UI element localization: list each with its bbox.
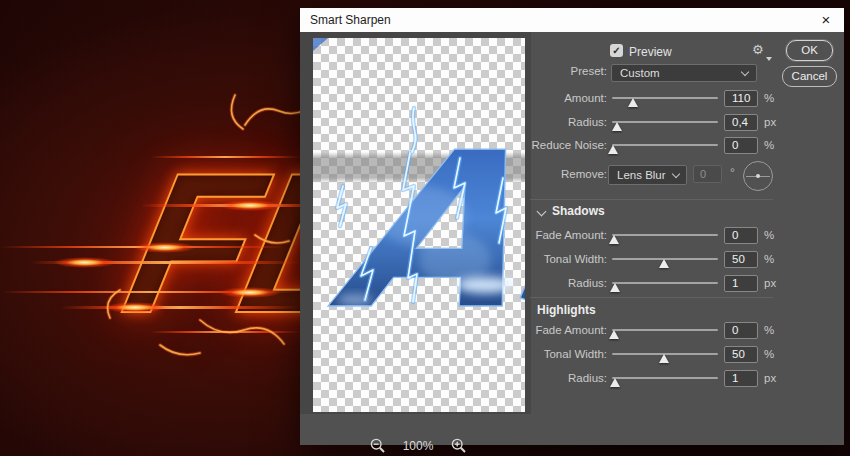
shadows-tonal-slider[interactable] [612, 252, 718, 270]
chevron-down-icon [672, 170, 680, 178]
degree-symbol: ° [730, 166, 735, 180]
shadows-tonal-slider-thumb[interactable] [659, 259, 669, 268]
dialog-title: Smart Sharpen [310, 8, 391, 32]
preview-checkbox[interactable]: ✓ [610, 44, 623, 57]
close-icon[interactable]: × [812, 8, 840, 32]
remove-value: Lens Blur [617, 166, 666, 184]
amount-row: Amount: 110 % [300, 91, 844, 109]
reduce-noise-slider[interactable] [612, 138, 718, 156]
highlights-tonal-value-field[interactable]: 50 [724, 346, 758, 363]
highlights-radius-label: Radius: [568, 372, 607, 384]
shadows-section-title: Shadows [552, 204, 605, 218]
light-flare [104, 302, 166, 313]
amount-slider[interactable] [612, 91, 718, 109]
shadows-tonal-unit: % [764, 253, 774, 265]
highlights-fade-label: Fade Amount: [535, 324, 607, 336]
highlights-tonal-slider[interactable] [612, 347, 718, 365]
highlights-tonal-slider-thumb[interactable] [659, 354, 669, 363]
zoom-in-icon[interactable] [451, 438, 467, 454]
shadows-fade-row: Fade Amount: 0 % [300, 228, 844, 246]
highlights-tonal-label: Tonal Width: [544, 348, 607, 360]
shadows-fade-label: Fade Amount: [535, 229, 607, 241]
reduce-noise-row: Reduce Noise: 0 % [300, 138, 844, 156]
highlights-tonal-unit: % [764, 348, 774, 360]
gear-icon[interactable]: ⚙ [752, 42, 764, 57]
reduce-noise-slider-thumb[interactable] [608, 145, 618, 154]
light-streak [60, 306, 300, 309]
radius-unit: px [764, 116, 776, 128]
reduce-noise-label: Reduce Noise: [532, 139, 607, 151]
shadows-fade-unit: % [764, 229, 774, 241]
highlights-fade-unit: % [764, 324, 774, 336]
amount-value-field[interactable]: 110 [724, 90, 758, 107]
slider-track[interactable] [612, 282, 718, 284]
section-divider [530, 199, 773, 200]
slider-track[interactable] [612, 121, 718, 123]
shadows-collapse-icon[interactable] [537, 207, 547, 217]
radius-slider[interactable] [612, 115, 718, 133]
cancel-button[interactable]: Cancel [782, 66, 837, 87]
highlights-radius-value-field[interactable]: 1 [724, 370, 758, 387]
highlights-fade-row: Fade Amount: 0 % [300, 323, 844, 341]
ok-button[interactable]: OK [786, 40, 833, 61]
remove-label: Remove: [561, 168, 607, 180]
section-divider [530, 297, 773, 298]
preview-checkbox-label: Preview [629, 45, 672, 59]
reduce-noise-unit: % [764, 139, 774, 151]
shadows-radius-slider[interactable] [612, 276, 718, 294]
preset-value: Custom [620, 65, 660, 81]
highlights-fade-value-field[interactable]: 0 [724, 322, 758, 339]
slider-track[interactable] [612, 377, 718, 379]
shadows-radius-slider-thumb[interactable] [610, 283, 620, 292]
highlights-radius-unit: px [764, 372, 776, 384]
highlights-tonal-row: Tonal Width: 50 % [300, 347, 844, 365]
shadows-radius-unit: px [764, 277, 776, 289]
radius-row: Radius: 0,4 px [300, 115, 844, 133]
light-flare [219, 287, 281, 298]
radius-value-field[interactable]: 0,4 [724, 114, 758, 131]
amount-unit: % [764, 92, 774, 104]
preset-dropdown[interactable]: Custom [611, 64, 757, 82]
zoom-level[interactable]: 100% [392, 439, 444, 453]
highlights-radius-slider-thumb[interactable] [610, 378, 620, 387]
preview-zoom-bar: 100% [300, 430, 531, 456]
remove-dropdown[interactable]: Lens Blur [608, 165, 687, 185]
highlights-radius-row: Radius: 1 px [300, 371, 844, 389]
highlights-radius-slider[interactable] [612, 371, 718, 389]
highlights-fade-slider[interactable] [612, 323, 718, 341]
shadows-tonal-row: Tonal Width: 50 % [300, 252, 844, 270]
light-streak [150, 156, 300, 158]
dialog-titlebar[interactable]: Smart Sharpen × [300, 8, 844, 32]
zoom-out-icon[interactable] [370, 438, 386, 454]
shadows-tonal-label: Tonal Width: [544, 253, 607, 265]
light-flare [134, 242, 196, 253]
highlights-section-title: Highlights [537, 303, 596, 317]
light-streak [150, 331, 300, 333]
angle-dial[interactable] [743, 161, 773, 191]
preset-label: Preset: [571, 65, 607, 77]
shadows-fade-value-field[interactable]: 0 [724, 227, 758, 244]
chevron-down-icon [741, 68, 749, 76]
shadows-fade-slider-thumb[interactable] [609, 235, 619, 244]
slider-track[interactable] [612, 234, 718, 236]
shadows-radius-value-field[interactable]: 1 [724, 275, 758, 292]
light-flare [219, 200, 281, 211]
highlights-fade-slider-thumb[interactable] [609, 330, 619, 339]
shadows-fade-slider[interactable] [612, 228, 718, 246]
light-flare [54, 257, 116, 268]
reduce-noise-value-field[interactable]: 0 [724, 137, 758, 154]
amount-slider-thumb[interactable] [628, 98, 638, 107]
shadows-radius-row: Radius: 1 px [300, 276, 844, 294]
radius-slider-thumb[interactable] [612, 122, 622, 131]
shadows-tonal-value-field[interactable]: 50 [724, 251, 758, 268]
shadows-radius-label: Radius: [568, 277, 607, 289]
slider-track[interactable] [612, 329, 718, 331]
slider-track[interactable] [612, 144, 718, 146]
angle-input-disabled: 0 [693, 165, 722, 183]
smart-sharpen-dialog: Smart Sharpen × A [300, 8, 844, 445]
gear-caret-icon [766, 57, 772, 61]
amount-label: Amount: [564, 92, 607, 104]
radius-label: Radius: [568, 116, 607, 128]
